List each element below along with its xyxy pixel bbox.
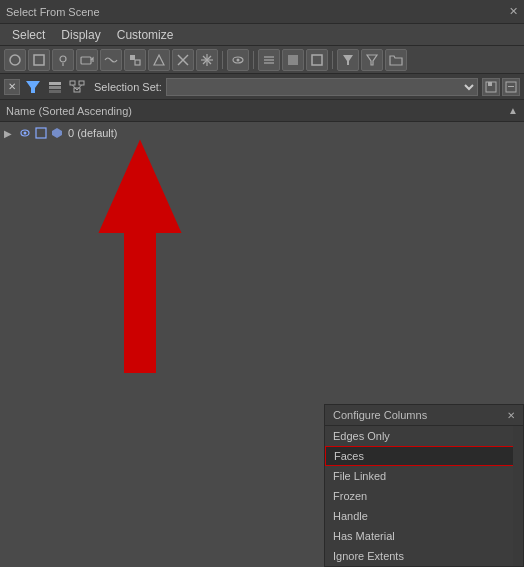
selection-set-dropdown[interactable] (166, 78, 478, 96)
toolbar-btn-helpers[interactable] (124, 49, 146, 71)
close-icon[interactable]: ✕ (509, 5, 518, 18)
svg-rect-26 (49, 90, 61, 93)
toolbar-btn-lights[interactable] (52, 49, 74, 71)
sort-arrow-icon: ▲ (508, 105, 518, 116)
toolbar-separator-1 (222, 51, 223, 69)
clear-filter-button[interactable]: ✕ (4, 79, 20, 95)
svg-rect-24 (49, 82, 61, 85)
toolbar-btn-snowflake[interactable] (196, 49, 218, 71)
column-header[interactable]: Name (Sorted Ascending) ▲ (0, 100, 524, 122)
visibility-icon (18, 126, 32, 140)
filter-icon[interactable] (24, 78, 42, 96)
svg-marker-22 (367, 55, 377, 65)
svg-rect-27 (70, 81, 75, 85)
svg-point-15 (237, 58, 240, 61)
configure-columns-close-icon[interactable]: ✕ (507, 410, 515, 421)
svg-marker-40 (100, 142, 180, 372)
svg-rect-6 (135, 60, 140, 65)
configure-items-list: Edges OnlyFacesFile LinkedFrozenHandleHa… (325, 426, 523, 566)
configure-scrollbar[interactable] (513, 426, 523, 566)
layer-object-icon (50, 126, 64, 140)
filter-bar: ✕ Selection Set: (0, 74, 524, 100)
configure-columns-header: Configure Columns ✕ (325, 405, 523, 426)
toolbar-btn-folder[interactable] (385, 49, 407, 71)
configure-item[interactable]: File Linked (325, 466, 523, 486)
menu-display[interactable]: Display (53, 26, 108, 44)
svg-point-2 (60, 56, 66, 62)
svg-rect-25 (49, 86, 61, 89)
configure-item[interactable]: Edges Only (325, 426, 523, 446)
toolbar-btn-filter1[interactable] (337, 49, 359, 71)
title-text: Select From Scene (6, 6, 509, 18)
configure-item[interactable]: Handle (325, 506, 523, 526)
svg-rect-28 (79, 81, 84, 85)
svg-rect-19 (288, 55, 298, 65)
toolbar-btn-geometry[interactable] (4, 49, 26, 71)
hierarchy-icon[interactable] (68, 78, 86, 96)
red-arrow-overlay (80, 132, 200, 385)
svg-marker-39 (52, 128, 62, 138)
svg-rect-20 (312, 55, 322, 65)
tree-icons (18, 126, 64, 140)
configure-item[interactable]: Has Material (325, 526, 523, 546)
tree-row[interactable]: ▶ 0 (default) (0, 122, 524, 144)
svg-marker-7 (154, 55, 164, 65)
save-set-button[interactable] (482, 78, 500, 96)
main-content: ▶ 0 (default) Configure Columns ✕ (0, 122, 524, 567)
toolbar-btn-camera[interactable] (76, 49, 98, 71)
svg-rect-1 (34, 55, 44, 65)
toolbar-btn-bones[interactable] (172, 49, 194, 71)
configure-item[interactable]: Frozen (325, 486, 523, 506)
svg-rect-4 (81, 57, 91, 64)
toolbar-separator-3 (332, 51, 333, 69)
svg-point-37 (24, 132, 27, 135)
configure-item[interactable]: Ignore Extents (325, 546, 523, 566)
toolbar-separator-2 (253, 51, 254, 69)
menu-customize[interactable]: Customize (109, 26, 182, 44)
configure-columns-panel: Configure Columns ✕ Edges OnlyFacesFile … (324, 404, 524, 567)
toolbar-btn-shapes[interactable] (28, 49, 50, 71)
column-header-label: Name (Sorted Ascending) (6, 105, 132, 117)
toolbar-btn-list[interactable] (258, 49, 280, 71)
selection-set-label: Selection Set: (94, 81, 162, 93)
title-bar: Select From Scene ✕ (0, 0, 524, 24)
freeze-icon (34, 126, 48, 140)
svg-rect-35 (508, 86, 514, 87)
toolbar-btn-waves[interactable] (100, 49, 122, 71)
filter-right-buttons (482, 78, 520, 96)
svg-rect-38 (36, 128, 46, 138)
configure-columns-title: Configure Columns (333, 409, 427, 421)
toolbar-btn-rect2[interactable] (306, 49, 328, 71)
expand-arrow-icon: ▶ (4, 128, 14, 139)
svg-point-0 (10, 55, 20, 65)
toolbar (0, 46, 524, 74)
configure-item[interactable]: Faces (325, 446, 523, 466)
svg-marker-23 (26, 81, 40, 93)
toolbar-btn-space[interactable] (148, 49, 170, 71)
layers-icon[interactable] (46, 78, 64, 96)
toolbar-btn-rect1[interactable] (282, 49, 304, 71)
configure-panel-inner: Edges OnlyFacesFile LinkedFrozenHandleHa… (325, 426, 523, 566)
menu-select[interactable]: Select (4, 26, 53, 44)
svg-rect-5 (130, 55, 135, 60)
load-set-button[interactable] (502, 78, 520, 96)
svg-marker-21 (343, 55, 353, 65)
toolbar-btn-eye[interactable] (227, 49, 249, 71)
toolbar-btn-filter2[interactable] (361, 49, 383, 71)
svg-rect-33 (488, 82, 492, 86)
tree-item-label: 0 (default) (68, 127, 118, 139)
menu-bar: Select Display Customize (0, 24, 524, 46)
